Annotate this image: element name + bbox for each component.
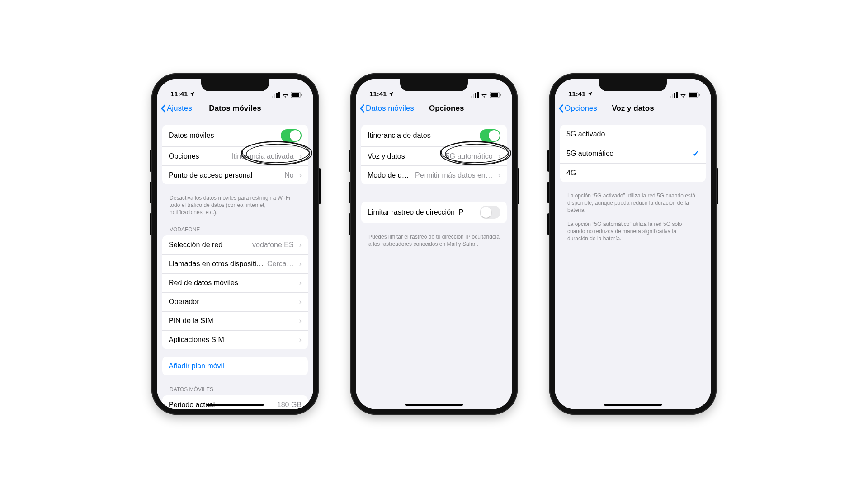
operator-label: Operador	[169, 298, 294, 306]
sim-apps-row[interactable]: Aplicaciones SIM ›	[162, 330, 308, 349]
group-cellular: Datos móviles Opciones Itinerancia activ…	[162, 125, 308, 184]
svg-rect-11	[473, 94, 474, 98]
iphone-mockup-1: 11:41 Ajustes D	[151, 73, 319, 415]
nav-bar: Ajustes Datos móviles	[157, 99, 313, 118]
chevron-left-icon	[558, 104, 564, 113]
data-roaming-toggle[interactable]	[480, 129, 500, 142]
data-roaming-row[interactable]: Itinerancia de datos	[361, 125, 507, 146]
chevron-right-icon: ›	[299, 152, 302, 160]
notch	[400, 79, 468, 91]
chevron-right-icon: ›	[498, 171, 500, 179]
svg-rect-25	[689, 93, 697, 97]
wifi-icon	[481, 92, 488, 98]
cellular-data-toggle-row[interactable]: Datos móviles	[162, 125, 308, 146]
content: Itinerancia de datos Voz y datos 5G auto…	[356, 118, 512, 409]
option-5g-auto-row[interactable]: 5G automático ✓	[560, 144, 706, 163]
data-mode-label: Modo de datos	[368, 171, 411, 179]
group-usage: Periodo actual 180 GB Periodo actual (it…	[162, 395, 308, 409]
back-button[interactable]: Datos móviles	[359, 104, 414, 113]
location-icon	[189, 91, 195, 97]
limit-ip-tracking-row[interactable]: Limitar rastreo de dirección IP	[361, 202, 507, 223]
network-selection-row[interactable]: Selección de red vodafone ES ›	[162, 235, 308, 254]
group-voice-data-options: 5G activado 5G automático ✓ 4G	[560, 125, 706, 182]
chevron-right-icon: ›	[299, 171, 302, 179]
screen: 11:41 Opciones Voz y datos 5G activado	[555, 79, 711, 409]
voice-data-footer-1: La opción “5G activado” utiliza la red 5…	[560, 189, 706, 221]
nav-bar: Opciones Voz y datos	[555, 99, 711, 118]
iphone-mockup-3: 11:41 Opciones Voz y datos 5G activado	[549, 73, 717, 415]
voice-data-row[interactable]: Voz y datos 5G automático ›	[361, 146, 507, 165]
status-time: 11:41	[568, 90, 585, 98]
iphone-mockup-2: 11:41 Datos móviles Opciones Itinerancia…	[350, 73, 518, 415]
sim-apps-label: Aplicaciones SIM	[169, 336, 294, 344]
cellular-data-toggle[interactable]	[281, 129, 302, 142]
usage-header: DATOS MÓVILES	[162, 383, 308, 395]
cellular-footer: Desactiva los datos móviles para restrin…	[162, 192, 308, 223]
wifi-icon	[679, 92, 687, 98]
option-4g-row[interactable]: 4G	[560, 163, 706, 182]
chevron-right-icon: ›	[299, 241, 302, 249]
page-title: Voz y datos	[612, 104, 654, 113]
calls-other-devices-row[interactable]: Llamadas en otros dispositivos Cerca… ›	[162, 254, 308, 273]
back-label: Ajustes	[167, 104, 192, 113]
cellular-signal-icon	[272, 92, 280, 98]
location-icon	[388, 91, 394, 97]
svg-rect-0	[272, 96, 273, 98]
content: 5G activado 5G automático ✓ 4G La opción…	[555, 118, 711, 409]
cellular-signal-icon	[471, 92, 479, 98]
option-4g-label: 4G	[566, 169, 699, 177]
svg-rect-3	[278, 92, 280, 98]
content: Datos móviles Opciones Itinerancia activ…	[157, 118, 313, 409]
chevron-left-icon	[359, 104, 365, 113]
add-cellular-plan-row[interactable]: Añadir plan móvil	[162, 357, 308, 375]
svg-rect-5	[292, 93, 299, 97]
svg-rect-20	[670, 96, 671, 98]
sim-pin-row[interactable]: PIN de la SIM ›	[162, 311, 308, 330]
chevron-right-icon: ›	[498, 152, 500, 160]
svg-rect-1	[274, 94, 275, 98]
back-label: Opciones	[565, 104, 597, 113]
data-mode-value: Permitir más datos en…	[415, 171, 493, 179]
battery-icon	[689, 92, 700, 98]
screen: 11:41 Datos móviles Opciones Itinerancia…	[356, 79, 512, 409]
cellular-data-label: Datos móviles	[169, 131, 277, 140]
svg-rect-13	[477, 92, 479, 98]
group-carrier: Selección de red vodafone ES › Llamadas …	[162, 235, 308, 349]
personal-hotspot-row[interactable]: Punto de acceso personal No ›	[162, 165, 308, 184]
back-button[interactable]: Opciones	[558, 104, 597, 113]
operator-row[interactable]: Operador ›	[162, 292, 308, 311]
chevron-left-icon	[160, 104, 166, 113]
home-indicator	[206, 404, 264, 406]
voice-data-label: Voz y datos	[368, 152, 442, 160]
carrier-header: VODAFONE	[162, 223, 308, 235]
notch	[201, 79, 269, 91]
back-label: Datos móviles	[366, 104, 414, 113]
cellular-options-label: Opciones	[169, 152, 228, 160]
chevron-right-icon: ›	[299, 336, 302, 344]
battery-icon	[291, 92, 302, 98]
cellular-network-row[interactable]: Red de datos móviles ›	[162, 273, 308, 292]
option-5g-on-row[interactable]: 5G activado	[560, 125, 706, 144]
status-time: 11:41	[369, 90, 387, 98]
svg-rect-21	[672, 94, 673, 98]
current-period-row[interactable]: Periodo actual 180 GB	[162, 395, 308, 409]
notch	[599, 79, 667, 91]
network-selection-value: vodafone ES	[252, 241, 294, 249]
sim-pin-label: PIN de la SIM	[169, 317, 294, 325]
battery-icon	[490, 92, 501, 98]
limit-ip-tracking-toggle[interactable]	[480, 206, 500, 219]
data-mode-row[interactable]: Modo de datos Permitir más datos en… ›	[361, 165, 507, 184]
page-title: Opciones	[429, 104, 464, 113]
cellular-options-row[interactable]: Opciones Itinerancia activada ›	[162, 146, 308, 165]
screen: 11:41 Ajustes D	[157, 79, 313, 409]
back-button[interactable]: Ajustes	[160, 104, 192, 113]
limit-ip-tracking-label: Limitar rastreo de dirección IP	[368, 208, 476, 216]
option-5g-auto-label: 5G automático	[566, 150, 689, 158]
svg-rect-26	[699, 94, 700, 96]
network-selection-label: Selección de red	[169, 241, 249, 249]
calls-other-devices-label: Llamadas en otros dispositivos	[169, 260, 264, 268]
nav-bar: Datos móviles Opciones	[356, 99, 512, 118]
group-options: Itinerancia de datos Voz y datos 5G auto…	[361, 125, 507, 184]
cellular-signal-icon	[670, 92, 678, 98]
svg-rect-15	[491, 93, 498, 97]
